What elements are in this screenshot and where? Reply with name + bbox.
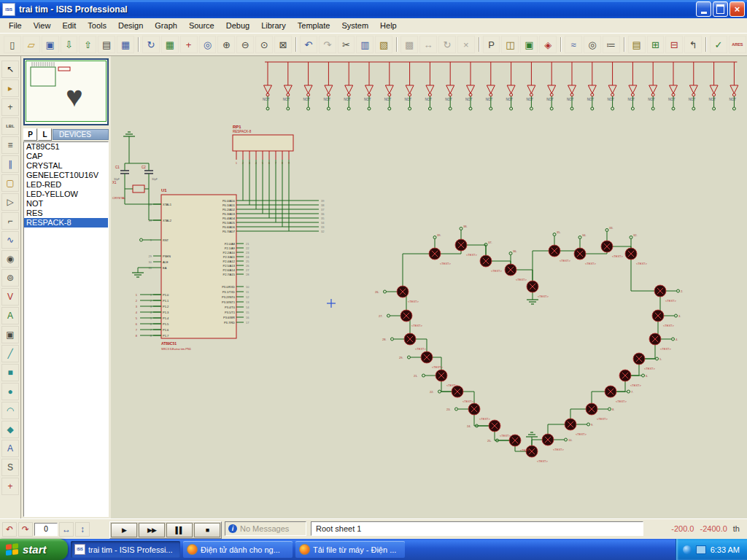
- led[interactable]: 24.<TEXT>: [467, 420, 511, 438]
- center-at-cursor-icon[interactable]: ◎: [199, 36, 217, 53]
- mirror-horizontal-icon[interactable]: ↔: [59, 522, 74, 537]
- device-item[interactable]: RESPACK-8: [24, 218, 108, 228]
- menu-graph[interactable]: Graph: [149, 20, 183, 31]
- undo-icon[interactable]: ↶: [300, 36, 317, 53]
- not-gate[interactable]: NOT: [364, 62, 374, 110]
- menu-library[interactable]: Library: [255, 20, 292, 31]
- circle-2d-icon[interactable]: ●: [1, 383, 19, 400]
- led[interactable]: 21.<TEXT>: [414, 370, 458, 387]
- maximize-button[interactable]: [713, 1, 728, 17]
- led[interactable]: 36.<TEXT>: [505, 249, 527, 281]
- not-gate[interactable]: NOT: [263, 62, 272, 110]
- goto-sheet-icon[interactable]: ↰: [684, 36, 702, 53]
- symbols-2d-icon[interactable]: S: [1, 459, 19, 476]
- design-explorer-icon[interactable]: ▤: [628, 36, 646, 53]
- marker-2d-icon[interactable]: +: [1, 478, 19, 495]
- led[interactable]: 26.<TEXT>: [375, 286, 419, 303]
- not-gate[interactable]: NOT: [425, 62, 434, 110]
- not-gate[interactable]: NOT: [627, 62, 637, 110]
- rotate-ccw-icon[interactable]: ↶: [2, 522, 17, 537]
- taskbar-item[interactable]: ISIStrai tim - ISIS Professi...: [71, 541, 180, 558]
- buses-mode-icon[interactable]: ∥: [1, 155, 19, 173]
- save-design-icon[interactable]: ▣: [42, 36, 59, 53]
- voltage-probe-mode-icon[interactable]: V: [1, 288, 19, 306]
- not-gate[interactable]: NOT: [465, 62, 475, 110]
- device-item[interactable]: CAP: [24, 152, 108, 161]
- led[interactable]: 28.<TEXT>: [382, 333, 427, 351]
- device-pin-mode-icon[interactable]: ⌐: [1, 212, 19, 230]
- device-item[interactable]: RES: [24, 209, 108, 218]
- import-section-icon[interactable]: ⇩: [61, 36, 78, 53]
- not-gate[interactable]: NOT: [384, 62, 394, 110]
- block-copy-icon[interactable]: ▩: [400, 36, 418, 53]
- led[interactable]: 6.<TEXT>: [619, 370, 648, 387]
- remove-sheet-icon[interactable]: ⊟: [665, 36, 683, 53]
- rotation-angle-box[interactable]: 0: [34, 523, 58, 536]
- not-gate[interactable]: NOT: [344, 62, 353, 110]
- tray-network-icon[interactable]: [683, 545, 692, 554]
- packaging-tool-icon[interactable]: ▣: [520, 36, 538, 53]
- rotate-cw-icon[interactable]: ↷: [18, 522, 33, 537]
- library-manager-button[interactable]: L: [38, 128, 52, 141]
- play-button[interactable]: ▶: [111, 523, 137, 537]
- netlist-to-ares-icon[interactable]: ARES: [729, 36, 746, 53]
- not-gate[interactable]: NOT: [709, 62, 719, 110]
- search-tag-icon[interactable]: ◎: [584, 36, 601, 53]
- not-gate[interactable]: NOT: [445, 62, 454, 110]
- menu-template[interactable]: Template: [292, 20, 336, 31]
- not-gate[interactable]: NOT: [587, 62, 597, 110]
- not-gate[interactable]: NOT: [526, 62, 535, 110]
- graph-mode-icon[interactable]: ∿: [1, 231, 19, 249]
- pick-devices-button[interactable]: P: [23, 128, 37, 141]
- led[interactable]: 7.<TEXT>: [605, 386, 633, 403]
- led[interactable]: 37.<TEXT>: [480, 241, 503, 273]
- led[interactable]: 5.<TEXT>: [633, 353, 662, 370]
- property-assignment-icon[interactable]: ≔: [603, 36, 620, 53]
- toggle-false-origin-icon[interactable]: +: [180, 36, 198, 53]
- generator-mode-icon[interactable]: ⊚: [1, 269, 19, 287]
- menu-system[interactable]: System: [336, 20, 374, 31]
- not-gate[interactable]: NOT: [506, 62, 516, 110]
- led[interactable]: 27.<TEXT>: [379, 310, 423, 327]
- mirror-vertical-icon[interactable]: ↕: [75, 522, 90, 537]
- led[interactable]: 34.<TEXT>: [574, 233, 597, 265]
- menu-edit[interactable]: Edit: [56, 20, 82, 31]
- led[interactable]: 2.<TEXT>: [654, 285, 683, 303]
- text-script-mode-icon[interactable]: ≡: [1, 136, 19, 154]
- not-gate[interactable]: NOT: [608, 62, 617, 110]
- led[interactable]: 4.<TEXT>: [649, 333, 678, 351]
- overview-pane[interactable]: ♥: [23, 58, 109, 125]
- arc-2d-icon[interactable]: ◠: [1, 402, 19, 419]
- menu-help[interactable]: Help: [374, 20, 403, 31]
- path-2d-icon[interactable]: ◆: [1, 421, 19, 438]
- led[interactable]: 33.<TEXT>: [601, 226, 624, 258]
- taskbar-item[interactable]: Điện tử dành cho ng...: [183, 541, 293, 558]
- refresh-display-icon[interactable]: ↻: [142, 36, 160, 53]
- decompose-icon[interactable]: ◈: [539, 36, 557, 53]
- led[interactable]: 9.<TEXT>: [565, 419, 593, 436]
- device-item[interactable]: AT89C51: [24, 142, 108, 152]
- zoom-in-icon[interactable]: ⊕: [217, 36, 235, 53]
- toggle-grid-icon[interactable]: ▦: [161, 36, 179, 53]
- not-gate[interactable]: NOT: [546, 62, 556, 110]
- menu-design[interactable]: Design: [112, 20, 149, 31]
- not-gate[interactable]: NOT: [303, 62, 313, 110]
- print-design-icon[interactable]: ▤: [98, 36, 115, 53]
- led[interactable]: 38.<TEXT>: [455, 225, 478, 257]
- menu-debug[interactable]: Debug: [220, 20, 255, 31]
- menu-view[interactable]: View: [28, 20, 57, 31]
- zoom-area-icon[interactable]: ⊠: [274, 36, 292, 53]
- terminal-mode-icon[interactable]: ▷: [1, 193, 19, 211]
- device-item[interactable]: GENELECT10U16V: [24, 171, 108, 180]
- make-device-icon[interactable]: ◫: [501, 36, 519, 53]
- not-gate[interactable]: NOT: [668, 62, 678, 110]
- menu-source[interactable]: Source: [183, 20, 220, 31]
- block-rotate-icon[interactable]: ↻: [438, 36, 456, 53]
- copy-icon[interactable]: ▥: [356, 36, 374, 53]
- led[interactable]: 8.<TEXT>: [586, 403, 614, 421]
- redo-icon[interactable]: ↷: [319, 36, 336, 53]
- not-gate[interactable]: NOT: [729, 62, 738, 110]
- text-2d-icon[interactable]: A: [1, 440, 19, 457]
- wire-label-mode-icon[interactable]: LBL: [1, 117, 19, 135]
- not-gate[interactable]: NOT: [567, 62, 576, 110]
